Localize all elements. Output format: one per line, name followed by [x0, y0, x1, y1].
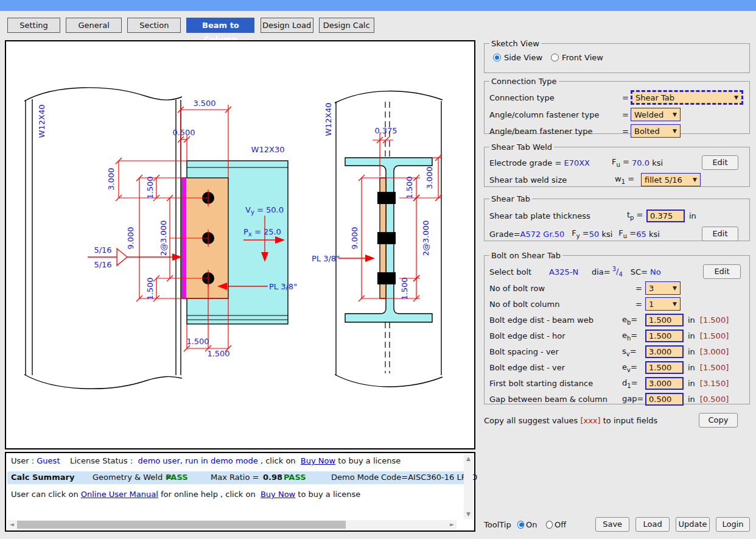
- chevron-down-icon: ▼: [734, 94, 738, 100]
- shear-tab-group: Shear Tab Shear tab plate thickness tp =…: [484, 194, 750, 241]
- calc-summary-title: Calc Summary: [11, 473, 74, 482]
- group-title: Bolt on Shear Tab: [489, 251, 562, 260]
- scroll-up-icon[interactable]: ▲: [464, 454, 473, 463]
- control-sidebar: Sketch View Side View Front View Connect…: [481, 37, 754, 536]
- online-manual-link[interactable]: Online User Manual: [81, 490, 158, 499]
- bolt-edit-button[interactable]: Edit: [703, 264, 741, 279]
- scroll-left-icon[interactable]: ◄: [7, 520, 16, 529]
- copy-button[interactable]: Copy: [699, 413, 738, 428]
- svg-text:9.000: 9.000: [350, 227, 359, 249]
- svg-text:1.500: 1.500: [145, 176, 155, 199]
- drawing-canvas: W12X40 W12X30 3.500 0.500 3.000 9.000 1.…: [5, 40, 475, 449]
- plate-edit-button[interactable]: Edit: [702, 227, 738, 241]
- max-ratio-value: 0.98: [263, 473, 282, 482]
- calc-summary-bar: Calc Summary Geometry & Weld = PASS Max …: [7, 471, 466, 484]
- user-name-link[interactable]: Guest: [37, 456, 60, 465]
- buy-now-link[interactable]: Buy Now: [261, 490, 295, 499]
- status-panel: User : Guest License Status : demo user,…: [5, 452, 475, 532]
- bolt-input-row: Bolt edge dist - ver ev= in [1.500]: [489, 361, 746, 375]
- electrode-fu-value: 70.0: [632, 158, 649, 167]
- bolt-input-row: First bolt starting distance d1= in [3.1…: [489, 376, 746, 390]
- column-size-label: W12X40: [37, 105, 46, 138]
- svg-text:2@3.000: 2@3.000: [159, 220, 168, 256]
- tooltip-on-radio[interactable]: [517, 521, 524, 529]
- bolt-row-count-select[interactable]: 3▼: [645, 281, 681, 295]
- connection-type-select[interactable]: Shear Tab▼: [631, 90, 743, 105]
- tab-beam-to-column[interactable]: Beam to Column: [186, 18, 254, 33]
- copy-suggest-row: Copy all suggest values [xxx] to input f…: [484, 413, 750, 428]
- tab-design-calc[interactable]: Design Calc: [319, 18, 374, 33]
- front-view-radio[interactable]: [551, 54, 559, 62]
- tab-general[interactable]: General: [66, 18, 122, 33]
- edge-dist-hor-input[interactable]: [645, 329, 684, 342]
- user-label: User :: [11, 456, 34, 465]
- bolt-spacing-ver-input[interactable]: [645, 345, 684, 358]
- beam-size-label: W12X30: [251, 145, 285, 154]
- chevron-down-icon: ▼: [673, 285, 677, 291]
- suggest-value: [3.000]: [700, 347, 729, 356]
- connection-type-group: Connection Type Connection type = Shear …: [484, 77, 750, 134]
- weld-size-top: 5/16: [94, 245, 111, 255]
- edge-dist-ver-input[interactable]: [645, 361, 684, 374]
- bolt: [377, 192, 396, 204]
- svg-text:1.500: 1.500: [207, 349, 229, 358]
- svg-text:3.500: 3.500: [193, 99, 215, 108]
- bolt-input-row: Bolt edge dist - hor eh= in [1.500]: [489, 329, 746, 343]
- side-view-radio[interactable]: [493, 54, 501, 62]
- first-bolt-distance-input[interactable]: [645, 377, 684, 390]
- weld-edit-button[interactable]: Edit: [702, 155, 738, 170]
- beam-fastener-select[interactable]: Bolted▼: [631, 124, 681, 138]
- ratio-pass-badge: PASS: [284, 473, 306, 482]
- load-button[interactable]: Load: [635, 517, 670, 532]
- edge-dist-beam-web-input[interactable]: [645, 314, 684, 326]
- scrollbar-thumb[interactable]: [17, 521, 346, 529]
- chevron-down-icon: ▼: [673, 111, 677, 118]
- vertical-scrollbar[interactable]: ▲ ▼: [464, 454, 473, 519]
- svg-text:9.000: 9.000: [126, 227, 135, 249]
- shear-tab-weld-group: Shear Tab Weld Electrode grade = E70XX F…: [484, 143, 750, 187]
- chevron-down-icon: ▼: [673, 301, 677, 307]
- design-code: Code=AISC360-16 LRFD: [381, 473, 477, 482]
- group-title: Connection Type: [489, 77, 559, 86]
- svg-text:2@3.000: 2@3.000: [421, 220, 430, 256]
- bolt-group: Bolt on Shear Tab Select bolt A325-N dia…: [484, 251, 750, 404]
- svg-text:3.000: 3.000: [107, 167, 116, 190]
- tab-section[interactable]: Section: [127, 18, 181, 33]
- svg-text:0.500: 0.500: [172, 128, 195, 137]
- save-button[interactable]: Save: [595, 517, 629, 532]
- column-size-label: W12X40: [324, 103, 333, 136]
- tooltip-off-radio[interactable]: [546, 521, 553, 529]
- svg-text:1.500: 1.500: [400, 277, 409, 300]
- scroll-right-icon[interactable]: ►: [447, 520, 457, 529]
- svg-text:3.000: 3.000: [425, 166, 434, 189]
- plate-grade-value: A572 Gr.50: [520, 230, 565, 239]
- window-titlebar: [0, 0, 756, 11]
- update-button[interactable]: Update: [676, 517, 710, 532]
- plate-callout-left: PL 3/8": [269, 282, 297, 291]
- plate-callout-right: PL 3/8": [312, 254, 340, 263]
- connection-sketch: W12X40 W12X30 3.500 0.500 3.000 9.000 1.…: [6, 41, 474, 448]
- login-button[interactable]: Login: [716, 517, 750, 532]
- scroll-down-icon[interactable]: ▼: [464, 510, 473, 519]
- weld-size-select[interactable]: fillet 5/16▼: [641, 173, 701, 186]
- weld-size-bottom: 5/16: [94, 260, 111, 269]
- weld-symbol-flag: [117, 248, 127, 266]
- tab-design-load[interactable]: Design Load: [261, 18, 313, 33]
- group-title: Shear Tab Weld: [489, 143, 554, 152]
- horizontal-scrollbar[interactable]: ◄ ►: [7, 520, 457, 529]
- suggest-value: [3.150]: [700, 379, 729, 388]
- plate-thickness-input[interactable]: [646, 210, 685, 222]
- bolt: [377, 272, 396, 284]
- electrode-grade-value: E70XX: [564, 158, 590, 167]
- svg-text:1.500: 1.500: [186, 337, 209, 346]
- column-fastener-select[interactable]: Welded▼: [631, 108, 681, 121]
- suggest-value: [0.500]: [700, 395, 729, 404]
- gap-input[interactable]: [645, 393, 684, 406]
- bolt-column-count-select[interactable]: 1▼: [645, 297, 681, 311]
- buy-now-link[interactable]: Buy Now: [301, 456, 335, 465]
- suggest-value: [1.500]: [700, 363, 729, 372]
- tab-setting[interactable]: Setting: [7, 18, 60, 33]
- tab-bar: Setting General Section Beam to Column D…: [7, 18, 377, 33]
- help-line: User can click on Online User Manual for…: [11, 490, 360, 499]
- bolt: [377, 232, 396, 244]
